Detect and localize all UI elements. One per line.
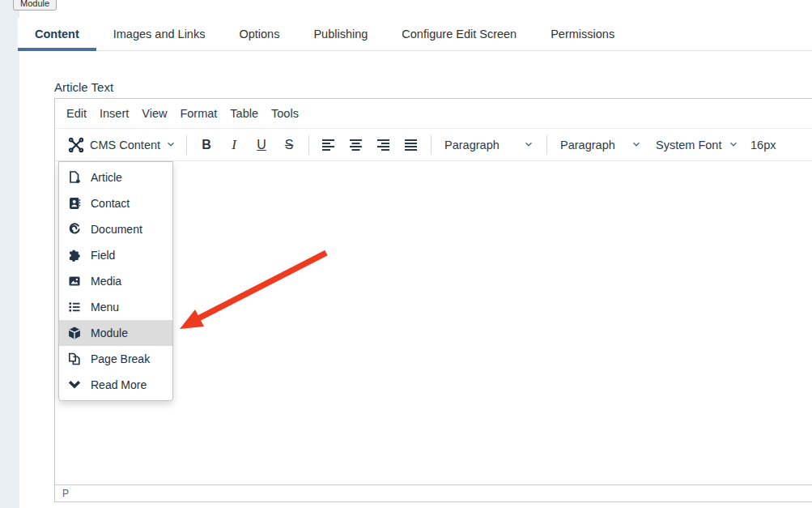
toolbar-separator [546,135,547,155]
module-tooltip: Module [13,0,57,11]
document-icon [67,222,82,237]
menu-format[interactable]: Format [173,104,223,123]
chevron-down-icon [729,138,738,152]
field-icon [67,248,82,263]
page-break-icon [67,352,82,366]
menu-tools[interactable]: Tools [265,104,305,123]
align-center-icon[interactable] [342,133,370,157]
align-left-icon[interactable] [315,133,342,157]
cms-content-dropdown: Article Contact Document Field Media Men… [58,161,173,401]
tab-publishing[interactable]: Publishing [296,18,385,50]
toolbar-separator [186,135,187,155]
menu-table[interactable]: Table [223,104,265,123]
chevron-down-icon [631,138,641,152]
font-size-select[interactable]: 16px [750,139,776,152]
editor-toolbar: CMS Content B I U S Paragraph Paragraph [55,128,812,161]
menu-insert[interactable]: Insert [93,104,135,123]
joomla-icon [68,137,84,153]
article-icon [67,170,82,185]
paragraph-style-select[interactable]: Paragraph [553,133,648,157]
contact-icon [67,196,82,211]
dropdown-item-contact[interactable]: Contact [59,190,172,216]
tab-bar: Content Images and Links Options Publish… [18,18,812,51]
strikethrough-button[interactable]: S [275,133,303,157]
align-justify-icon[interactable] [397,133,425,157]
dropdown-item-document[interactable]: Document [59,216,172,242]
media-icon [67,274,82,288]
block-format-select[interactable]: Paragraph [437,133,541,157]
dropdown-item-read-more[interactable]: Read More [59,372,172,398]
article-text-label: Article Text [54,80,113,94]
toolbar-separator [431,135,432,155]
menu-edit[interactable]: Edit [60,104,93,123]
dropdown-item-article[interactable]: Article [59,164,172,190]
italic-button[interactable]: I [220,133,248,157]
dropdown-item-page-break[interactable]: Page Break [59,346,172,372]
menu-icon [67,300,82,314]
read-more-icon [67,378,82,392]
tab-images-and-links[interactable]: Images and Links [96,18,223,50]
cms-content-button[interactable]: CMS Content [63,133,181,157]
tab-configure-edit-screen[interactable]: Configure Edit Screen [385,18,534,50]
menu-view[interactable]: View [135,104,173,123]
bold-button[interactable]: B [193,133,220,157]
module-tooltip-label: Module [20,0,49,8]
dropdown-item-menu[interactable]: Menu [59,294,172,320]
dropdown-item-media[interactable]: Media [59,268,172,294]
align-right-icon[interactable] [370,133,397,157]
underline-button[interactable]: U [248,133,275,157]
dropdown-item-module[interactable]: Module [59,320,172,346]
chevron-down-icon [166,138,176,152]
cms-content-label: CMS Content [90,139,160,152]
toolbar-separator [308,135,309,155]
element-path[interactable]: P [62,488,69,499]
dropdown-item-field[interactable]: Field [59,242,172,268]
chevron-down-icon [524,138,534,152]
module-icon [67,326,82,340]
left-gutter [0,0,19,508]
editor-menubar: Edit Insert View Format Table Tools [55,99,812,128]
tab-content[interactable]: Content [18,18,96,50]
font-family-select[interactable]: System Font [648,133,746,157]
tab-permissions[interactable]: Permissions [534,18,631,50]
editor-statusbar: P [55,485,812,502]
tab-options[interactable]: Options [222,18,296,50]
